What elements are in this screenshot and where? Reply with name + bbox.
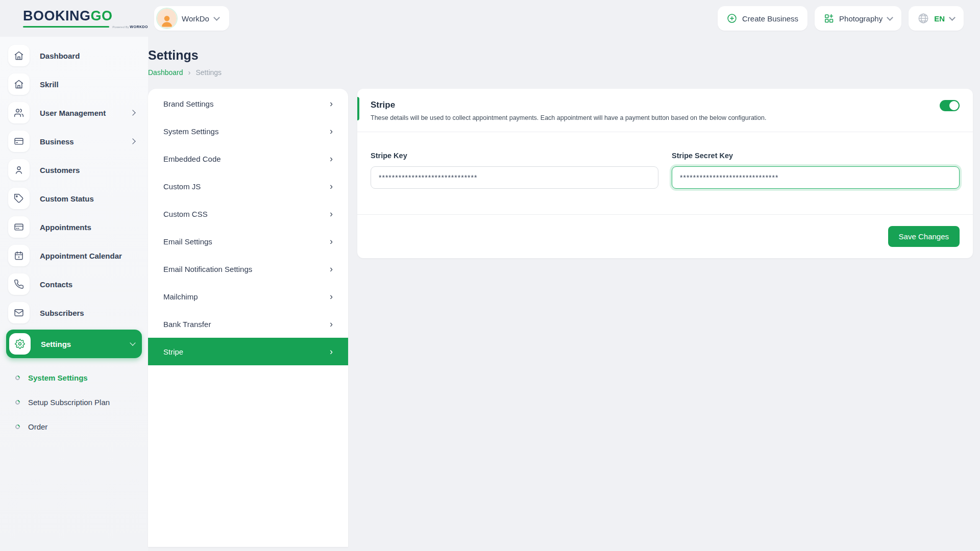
stripe-card-body: Stripe Key Stripe Secret Key [357,132,973,214]
bullet-icon [14,374,21,381]
settings-menu-system-settings[interactable]: System Settings › [148,117,348,145]
workspace-avatar [157,9,177,28]
person-avatar-icon [159,13,175,28]
chevron-right-icon [130,110,135,115]
settings-submenu: System Settings Setup Subscription Plan … [8,363,142,439]
chevron-right-icon: › [330,182,333,191]
settings-menu-bank-transfer[interactable]: Bank Transfer › [148,310,348,338]
sidebar-item-appointments[interactable]: Appointments [8,215,142,239]
create-business-button[interactable]: Create Business [718,6,807,31]
stripe-card-header: Stripe These details will be used to col… [357,89,973,132]
chevron-right-icon: › [330,292,333,301]
stripe-secret-key-label: Stripe Secret Key [672,152,960,160]
bullet-icon [14,399,21,406]
settings-menu-brand-settings[interactable]: Brand Settings › [148,90,348,117]
sidebar-item-subscribers[interactable]: Subscribers [8,301,142,324]
sidebar-item-settings[interactable]: Settings [6,330,142,358]
user-icon [8,159,30,181]
breadcrumb-dashboard-link[interactable]: Dashboard [148,68,183,77]
chevron-right-icon: › [330,154,333,163]
stripe-key-input[interactable] [371,166,658,189]
stripe-enabled-toggle[interactable] [940,100,960,111]
language-selected-label: EN [934,14,945,23]
logo-underline: Powered By WORKDO [23,25,148,29]
chevron-right-icon: › [330,264,333,273]
stripe-card-description: These details will be used to collect ap… [371,114,960,121]
sidebar-item-customers[interactable]: Customers [8,158,142,182]
stripe-settings-card: Stripe These details will be used to col… [357,89,973,258]
bullet-icon [14,423,21,430]
globe-icon [918,13,929,24]
chevron-down-icon [130,340,135,345]
mail-icon [8,302,30,323]
workspace-name: WorkDo [182,14,209,23]
logo-text: BOOKINGGO [23,8,148,24]
submenu-item-order[interactable]: Order [15,414,142,439]
settings-menu-mailchimp[interactable]: Mailchimp › [148,283,348,310]
home-icon [8,73,30,95]
business-selected-label: Photography [839,14,883,23]
chevron-down-icon [213,14,220,21]
chevron-right-icon: › [330,127,333,136]
settings-menu-stripe[interactable]: Stripe › [148,338,348,365]
sidebar-item-business[interactable]: Business [8,130,142,153]
home-icon [8,45,30,66]
settings-menu-email-notification-settings[interactable]: Email Notification Settings › [148,255,348,283]
stripe-key-label: Stripe Key [371,152,658,160]
create-business-label: Create Business [742,14,798,23]
chevron-right-icon: › [330,237,333,246]
submenu-item-setup-subscription-plan[interactable]: Setup Subscription Plan [15,390,142,414]
logo-part-go: GO [91,8,113,23]
phone-icon [8,273,30,295]
chevron-right-icon [130,138,135,144]
chevron-right-icon: › [330,319,333,329]
sidebar-item-dashboard[interactable]: Dashboard [8,44,142,67]
page-title: Settings [148,48,980,63]
language-selector[interactable]: EN [909,6,964,31]
tag-icon [8,188,30,209]
chevron-down-icon [887,14,893,21]
submenu-item-system-settings[interactable]: System Settings [15,365,142,390]
sidebar-item-custom-status[interactable]: Custom Status [8,187,142,210]
save-changes-button[interactable]: Save Changes [888,226,960,247]
gear-icon [9,333,31,355]
chevron-right-icon: › [330,99,333,108]
calendar-icon [8,245,30,266]
sidebar-item-skrill[interactable]: Skrill [8,72,142,96]
settings-menu-panel: Brand Settings › System Settings › Embed… [148,89,348,547]
chevron-down-icon [949,14,955,21]
sidebar-item-appointment-calendar[interactable]: Appointment Calendar [8,244,142,267]
main-content: Settings Dashboard › Settings Brand Sett… [148,37,980,551]
grid-plus-icon [824,13,834,23]
breadcrumb: Dashboard › Settings [148,68,980,77]
app-logo[interactable]: BOOKINGGO Powered By WORKDO [23,8,148,29]
business-selector[interactable]: Photography [815,6,901,31]
breadcrumb-current: Settings [196,68,222,77]
stripe-secret-key-field-group: Stripe Secret Key [672,152,960,189]
sidebar-item-contacts[interactable]: Contacts [8,272,142,296]
sidebar-nav: Dashboard Skrill User Management Busines… [0,37,148,551]
top-header: BOOKINGGO Powered By WORKDO WorkDo Creat… [0,0,980,37]
users-icon [8,102,30,123]
stripe-secret-key-input[interactable] [672,166,960,189]
stripe-card-footer: Save Changes [357,215,973,258]
settings-menu-email-settings[interactable]: Email Settings › [148,228,348,255]
powered-by-text: Powered By WORKDO [112,25,148,29]
chevron-right-icon: › [330,347,333,356]
card-icon [8,216,30,238]
credit-card-icon [8,131,30,152]
workspace-switcher[interactable]: WorkDo [154,6,229,31]
settings-menu-custom-js[interactable]: Custom JS › [148,172,348,200]
sidebar-item-user-management[interactable]: User Management [8,101,142,124]
header-actions: Create Business Photography EN [718,6,964,31]
plus-circle-icon [727,13,737,23]
stripe-card-title: Stripe [371,100,960,110]
settings-menu-embedded-code[interactable]: Embedded Code › [148,145,348,172]
breadcrumb-separator: › [188,68,191,77]
toggle-knob [949,101,959,110]
settings-menu-custom-css[interactable]: Custom CSS › [148,200,348,228]
logo-green-line [23,26,109,28]
logo-part-booking: BOOKING [23,8,91,23]
chevron-right-icon: › [330,209,333,218]
stripe-key-field-group: Stripe Key [371,152,658,189]
